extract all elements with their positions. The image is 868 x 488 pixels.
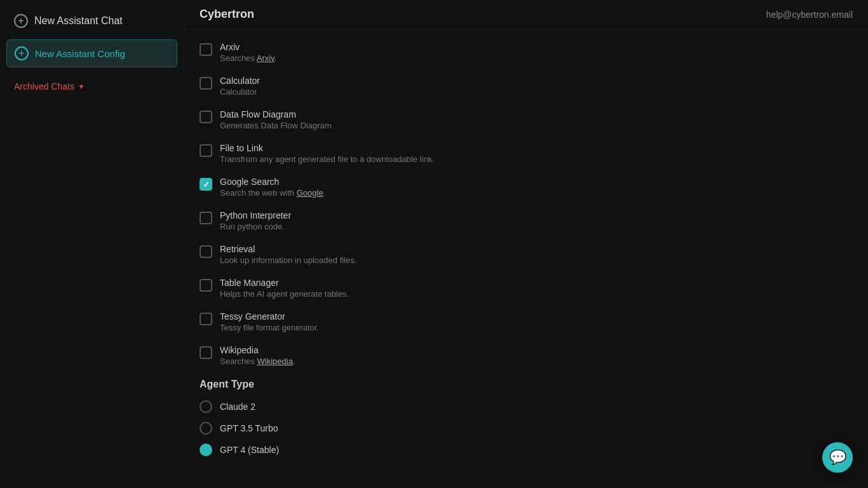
agent-type-item: Claude 2 (200, 400, 853, 413)
tool-info: ArxivSearches Arxiv. (220, 42, 276, 63)
tool-item: Tessy GeneratorTessy file format generat… (200, 311, 853, 332)
chat-icon: 💬 (829, 449, 846, 466)
new-chat-label: New Assistant Chat (34, 15, 123, 27)
tool-description: Search the web with Google. (220, 188, 325, 198)
agent-type-label: GPT 3.5 Turbo (220, 423, 278, 433)
tool-description: Helps the AI agent generate tables. (220, 289, 349, 299)
tool-name: Table Manager (220, 278, 349, 288)
tool-name: Data Flow Diagram (220, 109, 332, 119)
content-area: ArxivSearches Arxiv.CalculatorCalculator… (184, 29, 868, 478)
tool-checkbox-wikipedia[interactable] (200, 346, 212, 359)
tool-checkbox-retrieval[interactable] (200, 245, 212, 258)
new-chat-button[interactable]: + New Assistant Chat (6, 8, 177, 34)
tool-item: File to LinkTransfrom any agent generate… (200, 143, 853, 164)
tool-checkbox-data-flow-diagram[interactable] (200, 111, 212, 123)
tool-description-link[interactable]: Wikipedia (257, 356, 293, 366)
tool-name: Tessy Generator (220, 311, 319, 322)
tool-info: RetrievalLook up information in uploaded… (220, 244, 356, 265)
user-email: help@cybertron.email (766, 10, 853, 20)
tool-name: Calculator (220, 76, 260, 86)
tool-item: CalculatorCalculator (200, 76, 853, 97)
tool-description-link[interactable]: Arxiv (257, 53, 275, 63)
tool-item: Data Flow DiagramGenerates Data Flow Dia… (200, 109, 853, 130)
tool-checkbox-google-search[interactable] (200, 178, 212, 191)
agent-type-radio-claude-2[interactable] (200, 400, 212, 413)
top-bar: Cybertron help@cybertron.email (184, 0, 868, 29)
tool-item: WikipediaSearches Wikipedia. (200, 345, 853, 366)
agent-type-radio-gpt-4-(stable)[interactable] (200, 444, 212, 456)
floating-chat-button[interactable]: 💬 (822, 442, 853, 473)
agent-type-radio-gpt-3.5-turbo[interactable] (200, 422, 212, 435)
tool-checkbox-file-to-link[interactable] (200, 144, 212, 157)
agent-type-item: GPT 3.5 Turbo (200, 422, 853, 435)
tool-name: Arxiv (220, 42, 276, 52)
chevron-down-icon: ▾ (79, 82, 83, 91)
tool-checkbox-arxiv[interactable] (200, 43, 212, 56)
tool-checkbox-python-interpreter[interactable] (200, 212, 212, 224)
archived-chats-button[interactable]: Archived Chats ▾ (6, 78, 177, 95)
tool-checkbox-tessy-generator[interactable] (200, 313, 212, 325)
tool-name: File to Link (220, 143, 435, 153)
new-config-button[interactable]: + New Assistant Config (6, 39, 177, 67)
tool-description-link[interactable]: Google (297, 188, 323, 198)
tool-description: Searches Arxiv. (220, 53, 276, 63)
tool-item: Table ManagerHelps the AI agent generate… (200, 278, 853, 299)
main-content: Cybertron help@cybertron.email ArxivSear… (184, 0, 868, 488)
agent-type-section-title: Agent Type (200, 379, 853, 390)
tool-info: CalculatorCalculator (220, 76, 260, 97)
agent-type-list: Claude 2GPT 3.5 TurboGPT 4 (Stable) (200, 400, 853, 456)
tool-checkbox-table-manager[interactable] (200, 279, 212, 292)
tool-checkbox-calculator[interactable] (200, 77, 212, 90)
agent-type-label: GPT 4 (Stable) (220, 445, 279, 455)
tool-info: Table ManagerHelps the AI agent generate… (220, 278, 349, 299)
tool-description: Searches Wikipedia. (220, 356, 295, 366)
tool-description: Run python code. (220, 222, 291, 231)
tool-item: ArxivSearches Arxiv. (200, 42, 853, 63)
tools-list: ArxivSearches Arxiv.CalculatorCalculator… (200, 42, 853, 366)
tool-info: Tessy GeneratorTessy file format generat… (220, 311, 319, 332)
tool-description: Look up information in uploaded files. (220, 255, 356, 265)
tool-description: Generates Data Flow Diagram (220, 121, 332, 130)
tool-name: Retrieval (220, 244, 356, 254)
tool-description: Tessy file format generator. (220, 323, 319, 332)
plus-icon: + (14, 14, 28, 28)
plus-circle-icon: + (15, 46, 29, 60)
tool-name: Python Interpreter (220, 210, 291, 220)
agent-type-item: GPT 4 (Stable) (200, 444, 853, 456)
tool-description: Calculator (220, 87, 260, 97)
tool-info: WikipediaSearches Wikipedia. (220, 345, 295, 366)
tool-description: Transfrom any agent generated file to a … (220, 154, 435, 164)
agent-type-label: Claude 2 (220, 402, 255, 412)
tool-info: Google SearchSearch the web with Google. (220, 177, 325, 198)
sidebar: + New Assistant Chat + New Assistant Con… (0, 0, 184, 488)
tool-info: File to LinkTransfrom any agent generate… (220, 143, 435, 164)
page-title: Cybertron (200, 8, 254, 21)
archived-chats-label: Archived Chats (14, 81, 74, 92)
tool-item: Google SearchSearch the web with Google. (200, 177, 853, 198)
tool-item: Python InterpreterRun python code. (200, 210, 853, 231)
tool-item: RetrievalLook up information in uploaded… (200, 244, 853, 265)
tool-name: Wikipedia (220, 345, 295, 355)
tool-info: Python InterpreterRun python code. (220, 210, 291, 231)
tool-info: Data Flow DiagramGenerates Data Flow Dia… (220, 109, 332, 130)
tool-name: Google Search (220, 177, 325, 187)
new-config-label: New Assistant Config (35, 48, 125, 59)
